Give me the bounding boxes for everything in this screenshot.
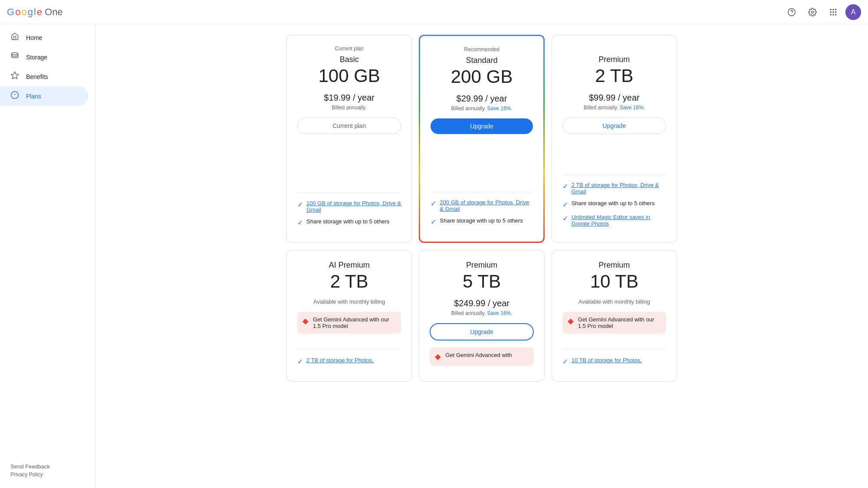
svg-rect-7	[832, 11, 834, 13]
plan-features-basic: ✓ 100 GB of storage for Photos, Drive & …	[297, 193, 401, 232]
plan-card-basic: Current plan Basic 100 GB $19.99 / year …	[286, 35, 412, 243]
header-actions	[783, 3, 861, 21]
plan-billing-basic: Billed annually.	[297, 105, 401, 111]
plan-card-premium-2tb: Premium 2 TB $99.99 / year Billed annual…	[552, 35, 677, 243]
sidebar: Home Storage Benefits Plans Send Feedbac…	[0, 24, 95, 488]
feature-premium2-magic: ✓ Unlimited Magic Editor saves in Google…	[562, 214, 666, 227]
privacy-policy-link[interactable]: Privacy Policy	[10, 472, 85, 478]
plan-price-premium-2tb: $99.99 / year	[562, 93, 666, 103]
plan-features-premium-2tb: ✓ 2 TB of storage for Photos, Drive & Gm…	[562, 174, 666, 232]
svg-marker-13	[11, 72, 19, 79]
settings-icon[interactable]	[804, 3, 821, 21]
feature-standard-storage-text: 200 GB of storage for Photos, Drive & Gm…	[440, 199, 533, 212]
svg-point-2	[812, 11, 814, 13]
plan-size-standard: 200 GB	[431, 67, 533, 87]
svg-rect-5	[835, 9, 836, 10]
logo-area: Google One	[7, 7, 63, 18]
plan-features-ai: ✓ 2 TB of storage for Photos,	[297, 350, 401, 371]
plan-btn-standard[interactable]: Upgrade	[431, 118, 533, 134]
sidebar-item-label-benefits: Benefits	[26, 73, 48, 80]
feature-basic-share-text: Share storage with up to 5 others	[306, 218, 390, 225]
svg-rect-6	[830, 11, 832, 13]
feature-premium2-magic-text: Unlimited Magic Editor saves in Google P…	[572, 214, 666, 227]
avatar[interactable]	[845, 4, 861, 20]
plan-size-ai: 2 TB	[297, 272, 401, 291]
plan-badge-basic: Current plan	[297, 46, 401, 52]
sidebar-item-storage[interactable]: Storage	[0, 47, 88, 67]
plan-size-premium-2tb: 2 TB	[562, 66, 666, 86]
plan-billing-standard: Billed annually. Save 16%.	[431, 105, 533, 111]
plan-price-basic: $19.99 / year	[297, 93, 401, 103]
plan-name-5tb: Premium	[430, 261, 533, 270]
plan-btn-basic: Current plan	[297, 118, 401, 134]
check-icon-p2-2: ✓	[562, 200, 568, 209]
plan-btn-premium-2tb[interactable]: Upgrade	[562, 118, 666, 134]
plan-price-standard: $29.99 / year	[431, 94, 533, 104]
gemini-text-5tb: Get Gemini Advanced with	[445, 352, 512, 358]
gemini-icon-ai: ◆	[302, 316, 309, 326]
svg-rect-11	[835, 14, 836, 15]
benefits-icon	[10, 71, 19, 82]
feature-10tb-storage-text: 10 TB of storage for Photos,	[572, 357, 642, 364]
sidebar-item-label-home: Home	[26, 34, 42, 41]
sidebar-item-label-plans: Plans	[26, 93, 41, 100]
feature-standard-share: ✓ Share storage with up to 5 others	[431, 217, 533, 226]
google-logo: Google	[7, 7, 42, 18]
plan-card-premium-10tb: Premium 10 TB Available with monthly bil…	[552, 250, 677, 382]
feature-premium2-share-text: Share storage with up to 5 others	[572, 200, 655, 206]
home-icon	[10, 32, 19, 43]
plan-name-ai: AI Premium	[297, 261, 401, 270]
svg-rect-8	[835, 11, 836, 13]
one-logo-text: One	[45, 7, 63, 18]
gemini-badge-ai: ◆ Get Gemini Advanced with our 1.5 Pro m…	[297, 312, 401, 334]
check-icon-p2-3: ✓	[562, 214, 568, 223]
plan-billing-5tb: Billed annually. Save 16%.	[430, 310, 533, 316]
plan-save-premium-2tb: Save 16%.	[620, 105, 645, 111]
app-body: Home Storage Benefits Plans Send Feedbac…	[0, 24, 868, 488]
svg-point-12	[12, 53, 18, 55]
plan-features-10tb: ✓ 10 TB of storage for Photos,	[562, 350, 666, 371]
sidebar-bottom: Send Feedback Privacy Policy	[0, 456, 95, 485]
plan-avail-ai: Available with monthly billing	[297, 298, 401, 305]
check-icon-10tb: ✓	[562, 357, 568, 366]
feature-premium2-share: ✓ Share storage with up to 5 others	[562, 200, 666, 209]
sidebar-item-label-storage: Storage	[26, 54, 47, 61]
plan-save-5tb: Save 16%.	[487, 310, 513, 316]
feature-basic-share: ✓ Share storage with up to 5 others	[297, 218, 401, 227]
plan-avail-10tb: Available with monthly billing	[562, 298, 666, 305]
gemini-text-ai: Get Gemini Advanced with our 1.5 Pro mod…	[313, 316, 396, 329]
plan-price-5tb: $249.99 / year	[430, 298, 533, 308]
feature-basic-storage-text: 100 GB of storage for Photos, Drive & Gm…	[306, 200, 401, 213]
plan-save-standard: Save 16%.	[487, 105, 513, 111]
plan-size-10tb: 10 TB	[562, 272, 666, 291]
plan-name-standard: Standard	[431, 56, 533, 65]
plan-name-premium-2tb: Premium	[562, 55, 666, 64]
plan-name-basic: Basic	[297, 55, 401, 64]
svg-rect-4	[832, 9, 834, 10]
feature-premium2-storage-text: 2 TB of storage for Photos, Drive & Gmai…	[572, 182, 666, 195]
check-icon-p2-1: ✓	[562, 182, 568, 190]
svg-rect-10	[832, 14, 834, 15]
sidebar-item-benefits[interactable]: Benefits	[0, 67, 88, 86]
plan-name-10tb: Premium	[562, 261, 666, 270]
plan-features-standard: ✓ 200 GB of storage for Photos, Drive & …	[431, 192, 533, 231]
feature-10tb-storage: ✓ 10 TB of storage for Photos,	[562, 357, 666, 366]
sidebar-item-home[interactable]: Home	[0, 28, 88, 47]
feature-premium2-storage: ✓ 2 TB of storage for Photos, Drive & Gm…	[562, 182, 666, 195]
plans-grid-top: Current plan Basic 100 GB $19.99 / year …	[286, 35, 677, 243]
storage-icon	[10, 52, 19, 62]
check-icon-std2: ✓	[431, 218, 436, 226]
feature-standard-storage: ✓ 200 GB of storage for Photos, Drive & …	[431, 199, 533, 212]
apps-icon[interactable]	[825, 3, 842, 21]
sidebar-item-plans[interactable]: Plans	[0, 86, 88, 106]
gemini-text-10tb: Get Gemini Advanced with our 1.5 Pro mod…	[578, 316, 661, 329]
plan-btn-5tb[interactable]: Upgrade	[430, 323, 533, 341]
send-feedback-link[interactable]: Send Feedback	[10, 463, 85, 470]
plan-size-5tb: 5 TB	[430, 272, 533, 291]
help-icon[interactable]	[783, 3, 800, 21]
header: Google One	[0, 0, 868, 24]
check-icon-2: ✓	[297, 219, 303, 227]
feature-standard-share-text: Share storage with up to 5 others	[440, 217, 523, 224]
plan-billing-premium-2tb: Billed annually. Save 16%.	[562, 105, 666, 111]
gemini-icon-10tb: ◆	[568, 316, 574, 326]
